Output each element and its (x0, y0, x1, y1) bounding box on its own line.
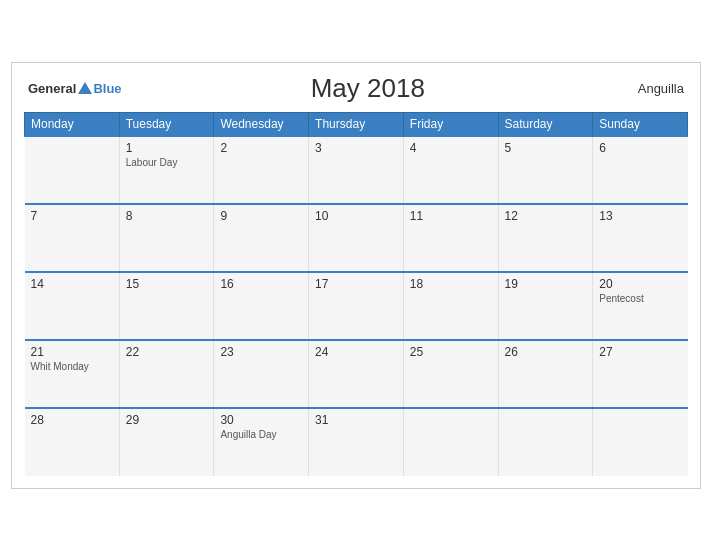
calendar-day-cell: 20Pentecost (593, 272, 688, 340)
calendar-body: 1Labour Day23456789101112131415161718192… (25, 136, 688, 476)
day-number: 2 (220, 141, 302, 155)
calendar-day-cell (498, 408, 593, 476)
calendar-day-cell: 30Anguilla Day (214, 408, 309, 476)
day-of-week-header: Saturday (498, 112, 593, 136)
calendar-day-cell: 17 (309, 272, 404, 340)
day-number: 15 (126, 277, 208, 291)
day-number: 19 (505, 277, 587, 291)
day-number: 22 (126, 345, 208, 359)
day-of-week-header: Thursday (309, 112, 404, 136)
calendar-day-cell: 22 (119, 340, 214, 408)
day-number: 25 (410, 345, 492, 359)
calendar-day-cell: 5 (498, 136, 593, 204)
day-of-week-header: Wednesday (214, 112, 309, 136)
logo-blue-text: Blue (93, 81, 121, 96)
calendar-table: MondayTuesdayWednesdayThursdayFridaySatu… (24, 112, 688, 476)
calendar-day-cell: 14 (25, 272, 120, 340)
calendar-day-cell (403, 408, 498, 476)
calendar-day-cell: 24 (309, 340, 404, 408)
day-number: 21 (31, 345, 113, 359)
day-of-week-header: Friday (403, 112, 498, 136)
day-number: 18 (410, 277, 492, 291)
calendar-header-row: MondayTuesdayWednesdayThursdayFridaySatu… (25, 112, 688, 136)
calendar-day-cell: 13 (593, 204, 688, 272)
day-number: 13 (599, 209, 681, 223)
calendar-day-cell: 29 (119, 408, 214, 476)
day-of-week-header: Tuesday (119, 112, 214, 136)
calendar-week-row: 21Whit Monday222324252627 (25, 340, 688, 408)
calendar-day-cell: 2 (214, 136, 309, 204)
calendar-day-cell: 21Whit Monday (25, 340, 120, 408)
day-number: 31 (315, 413, 397, 427)
calendar-day-cell: 8 (119, 204, 214, 272)
calendar-day-cell: 18 (403, 272, 498, 340)
calendar-day-cell: 16 (214, 272, 309, 340)
calendar-week-row: 78910111213 (25, 204, 688, 272)
day-number: 10 (315, 209, 397, 223)
calendar-day-cell: 15 (119, 272, 214, 340)
day-event: Labour Day (126, 157, 208, 168)
day-event: Anguilla Day (220, 429, 302, 440)
day-number: 11 (410, 209, 492, 223)
day-number: 26 (505, 345, 587, 359)
day-number: 8 (126, 209, 208, 223)
day-number: 16 (220, 277, 302, 291)
calendar-day-cell (25, 136, 120, 204)
logo-triangle-icon (78, 82, 92, 94)
day-number: 3 (315, 141, 397, 155)
day-number: 23 (220, 345, 302, 359)
calendar-day-cell: 6 (593, 136, 688, 204)
calendar-week-row: 1Labour Day23456 (25, 136, 688, 204)
day-event: Pentecost (599, 293, 681, 304)
day-number: 7 (31, 209, 113, 223)
day-number: 20 (599, 277, 681, 291)
calendar-day-cell: 27 (593, 340, 688, 408)
day-event: Whit Monday (31, 361, 113, 372)
day-of-week-header: Sunday (593, 112, 688, 136)
calendar-day-cell: 31 (309, 408, 404, 476)
logo: General Blue (28, 81, 122, 96)
calendar-week-row: 14151617181920Pentecost (25, 272, 688, 340)
country-label: Anguilla (614, 81, 684, 96)
calendar-day-cell: 7 (25, 204, 120, 272)
calendar-day-cell: 12 (498, 204, 593, 272)
day-number: 12 (505, 209, 587, 223)
calendar-day-cell: 1Labour Day (119, 136, 214, 204)
calendar-day-cell: 4 (403, 136, 498, 204)
day-of-week-header: Monday (25, 112, 120, 136)
calendar-day-cell: 11 (403, 204, 498, 272)
day-number: 24 (315, 345, 397, 359)
day-number: 30 (220, 413, 302, 427)
day-number: 6 (599, 141, 681, 155)
calendar-day-cell: 9 (214, 204, 309, 272)
calendar-day-cell: 26 (498, 340, 593, 408)
calendar-day-cell (593, 408, 688, 476)
day-number: 5 (505, 141, 587, 155)
calendar-day-cell: 28 (25, 408, 120, 476)
day-number: 27 (599, 345, 681, 359)
calendar-day-cell: 3 (309, 136, 404, 204)
day-number: 14 (31, 277, 113, 291)
day-number: 29 (126, 413, 208, 427)
day-number: 1 (126, 141, 208, 155)
calendar-container: General Blue May 2018 Anguilla MondayTue… (11, 62, 701, 489)
day-number: 4 (410, 141, 492, 155)
calendar-header: General Blue May 2018 Anguilla (24, 73, 688, 104)
day-number: 9 (220, 209, 302, 223)
calendar-day-cell: 10 (309, 204, 404, 272)
calendar-day-cell: 23 (214, 340, 309, 408)
day-number: 17 (315, 277, 397, 291)
calendar-day-cell: 19 (498, 272, 593, 340)
day-number: 28 (31, 413, 113, 427)
calendar-week-row: 282930Anguilla Day31 (25, 408, 688, 476)
month-title: May 2018 (122, 73, 614, 104)
logo-general-text: General (28, 81, 76, 96)
calendar-day-cell: 25 (403, 340, 498, 408)
